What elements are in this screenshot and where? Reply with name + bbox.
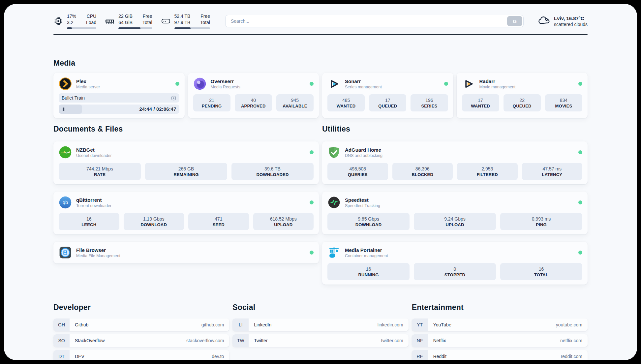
status-dot — [310, 150, 314, 154]
app-card-header: OverseerrMedia Requests — [193, 77, 314, 90]
stat-label: LATENCY — [542, 172, 562, 177]
stat-value-top: 17% — [67, 13, 76, 19]
app-stat-tiles: 16LEECH1.19 GbpsDOWNLOAD471SEED618.52 Mb… — [59, 213, 314, 230]
bookmark-link-reddit[interactable]: RERedditreddit.com — [412, 350, 588, 360]
stat-label: FILTERED — [477, 172, 498, 177]
system-stat-values: 22 GiBFree64 GiBTotal — [118, 13, 152, 29]
screenshot-button[interactable] — [171, 95, 176, 101]
stat-label-bottom: Load — [86, 19, 96, 26]
app-subtitle: Series management — [345, 85, 382, 89]
stat-label: PING — [536, 222, 547, 227]
stat-label: WANTED — [471, 104, 490, 108]
pause-button[interactable] — [62, 107, 66, 112]
stat-value-bottom: 64 GiB — [118, 19, 133, 26]
dashboard-page: 17%CPU3.2Load22 GiBFree64 GiBTotal52.4 T… — [4, 4, 637, 360]
bookmark-name: Netflix — [433, 338, 446, 343]
app-stat-tiles: 21PENDING40APPROVED945AVAILABLE — [193, 94, 314, 111]
app-card-radarr[interactable]: RadarrMovie management17WANTED22QUEUED83… — [457, 73, 588, 118]
media-cards-grid: PlexMedia serverBullet Train24:44 / 02:0… — [53, 73, 588, 118]
bookmark-link-stackoverflow[interactable]: SOStackOverflowstackoverflow.com — [53, 334, 229, 347]
stat-tile: 266 GBREMAINING — [145, 163, 227, 180]
stat-tile: 0STOPPED — [414, 263, 496, 280]
stat-label-top: CPU — [86, 13, 96, 19]
status-dot — [310, 82, 314, 86]
disk-icon — [161, 16, 171, 26]
stat-tile: 196SERIES — [411, 94, 448, 111]
stat-value: 744.21 Mbps — [86, 166, 113, 171]
app-stat-tiles: 498,508QUERIES86,396BLOCKED2,953FILTERED… — [327, 163, 582, 180]
bookmark-url: linkedin.com — [378, 322, 403, 327]
app-card-adguard-home[interactable]: AdGuard HomeDNS and adblocking498,508QUE… — [322, 141, 588, 184]
app-stat-tiles: 17WANTED22QUEUED834MOVIES — [462, 94, 583, 111]
app-stat-tiles: 744.21 MbpsRATE266 GBREMAINING39.6 TBDOW… — [59, 163, 314, 180]
stat-label-top: Free — [200, 13, 210, 19]
search-engine-button[interactable]: G — [507, 16, 522, 26]
now-playing-title-row: Bullet Train — [59, 93, 179, 103]
app-names: AdGuard HomeDNS and adblocking — [345, 147, 382, 158]
search-input[interactable] — [225, 15, 524, 27]
app-name: File Browser — [76, 247, 120, 253]
bookmark-link-netflix[interactable]: NFNetflixnetflix.com — [412, 334, 588, 347]
stat-value-bottom: 97.9 TB — [174, 19, 191, 26]
status-dot — [175, 82, 179, 86]
qbittorrent-icon: qb — [59, 196, 72, 209]
stat-label: DOWNLOADED — [256, 172, 289, 177]
bookmark-link-dev[interactable]: DTDEVdev.to — [53, 350, 229, 360]
bookmark-group-developer: DeveloperGHGithubgithub.comSOStackOverfl… — [53, 303, 229, 360]
stat-progress-fill — [118, 27, 140, 29]
app-name: Radarr — [479, 78, 516, 84]
stat-value: 9.24 Gbps — [444, 216, 466, 222]
stat-value: 9.65 Gbps — [358, 216, 379, 222]
weather-location-temp: Lviv, 16.87°C — [554, 15, 588, 21]
app-name: Plex — [76, 78, 100, 84]
status-dot — [578, 82, 582, 86]
stat-value: 40 — [251, 98, 256, 103]
stat-tile: 17WANTED — [462, 94, 499, 111]
bookmark-url: twitter.com — [381, 338, 403, 343]
stat-label: WANTED — [337, 104, 356, 108]
app-card-header: RadarrMovie management — [462, 77, 583, 90]
app-name: Overseerr — [211, 78, 240, 84]
status-dot — [578, 200, 582, 204]
bookmark-name: Github — [75, 322, 88, 327]
stat-tile: 2,953FILTERED — [457, 163, 518, 180]
stat-value: 471 — [215, 216, 222, 222]
app-card-plex[interactable]: PlexMedia serverBullet Train24:44 / 02:0… — [53, 73, 185, 118]
app-card-file-browser[interactable]: File BrowserMedia File Management — [53, 242, 319, 263]
cloud-icon — [537, 15, 550, 27]
app-card-sonarr[interactable]: SonarrSeries management485WANTED17QUEUED… — [322, 73, 453, 118]
stat-label: RATE — [94, 172, 106, 177]
app-card-qbittorrent[interactable]: qbqBittorrentTorrent downloader16LEECH1.… — [53, 192, 319, 234]
system-stat: 52.4 TBFree97.9 TBTotal — [161, 13, 210, 29]
bookmark-link-github[interactable]: GHGithubgithub.com — [53, 318, 229, 331]
stat-value: 618.52 Mbps — [270, 216, 297, 222]
top-bar: 17%CPU3.2Load22 GiBFree64 GiBTotal52.4 T… — [53, 13, 588, 29]
stat-tile: 471SEED — [188, 213, 249, 230]
stat-progress-fill — [174, 27, 191, 29]
stat-label: UPLOAD — [445, 222, 464, 227]
app-subtitle: Torrent downloader — [76, 203, 111, 208]
app-card-nzbget[interactable]: nzbgetNZBGetUsenet downloader744.21 Mbps… — [53, 141, 319, 184]
bookmark-link-linkedin[interactable]: LILinkedInlinkedin.com — [232, 318, 408, 331]
app-card-speedtest[interactable]: SpeedtestSpeedtest Tracking9.65 GbpsDOWN… — [322, 192, 588, 234]
stat-value: 0 — [454, 266, 456, 272]
stat-value-top: 22 GiB — [118, 13, 133, 19]
app-names: File BrowserMedia File Management — [76, 247, 120, 258]
bookmark-link-youtube[interactable]: YTYouTubeyoutube.com — [412, 318, 588, 331]
overseerr-icon — [193, 77, 206, 90]
stat-tile: 17QUEUED — [369, 94, 406, 111]
app-card-overseerr[interactable]: OverseerrMedia Requests21PENDING40APPROV… — [188, 73, 319, 118]
bookmark-abbr: NF — [412, 334, 428, 347]
app-name: Media Portainer — [345, 247, 388, 253]
utilities-cards: AdGuard HomeDNS and adblocking498,508QUE… — [322, 141, 588, 285]
stat-value: 47.57 ms — [542, 166, 562, 171]
app-card-media-portainer[interactable]: Media PortainerContainer management16RUN… — [322, 242, 588, 285]
status-dot — [444, 82, 448, 86]
bookmark-url: dev.to — [212, 354, 224, 359]
bookmark-abbr: RE — [412, 350, 428, 360]
bookmark-link-twitter[interactable]: TWTwittertwitter.com — [232, 334, 408, 347]
bookmark-abbr: LI — [232, 318, 249, 331]
app-stat-tiles: 16RUNNING0STOPPED16TOTAL — [327, 263, 582, 280]
bookmark-url: netflix.com — [560, 338, 582, 343]
bookmarks-section: DeveloperGHGithubgithub.comSOStackOverfl… — [53, 303, 588, 360]
